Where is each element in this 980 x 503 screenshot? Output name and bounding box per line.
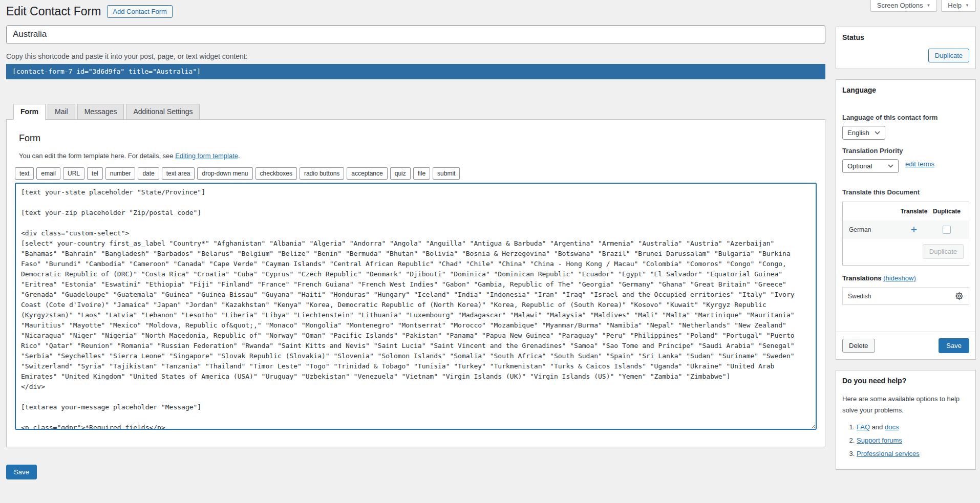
help-list-item: Support forums [857,436,969,444]
and-text: and [870,423,885,431]
description-text: You can edit the form template here. For… [19,152,175,160]
chevron-down-icon: ▼ [926,3,930,8]
language-panel: Language Language of this contact form E… [836,79,976,360]
chevron-down-icon [875,131,880,135]
translate-column-header: Translate [898,208,930,215]
tag-button-file[interactable]: file [413,167,430,180]
tag-button-text[interactable]: text [15,167,34,180]
tag-button-number[interactable]: number [105,167,136,180]
translate-document-heading: Translate this Document [842,188,969,196]
help-intro: Here are some available options to help … [842,393,969,416]
tag-generator-buttons: text email URL tel number date text area… [15,167,817,180]
gear-icon[interactable] [955,292,964,300]
tag-button-email[interactable]: email [36,167,60,180]
status-panel: Status Duplicate [836,27,976,69]
tab-mail[interactable]: Mail [48,104,75,120]
language-select[interactable]: English [842,126,885,140]
screen-meta-links: Screen Options ▼ Help ▼ [870,0,976,12]
main-content: Edit Contact Form Add Contact Form Copy … [6,0,825,479]
form-title-input[interactable] [6,25,825,44]
translation-item-swedish: Swedish [842,287,969,305]
form-panel-heading: Form [19,133,817,144]
language-heading: Language [842,86,969,94]
tag-button-checkboxes[interactable]: checkboxes [255,167,297,180]
description-period: . [238,152,240,160]
delete-button[interactable]: Delete [842,339,875,353]
duplicate-disabled-button[interactable]: Duplicate [923,244,964,259]
chevron-down-icon: ▼ [965,3,969,8]
translation-language-name: Swedish [848,293,871,300]
form-panel-description: You can edit the form template here. For… [19,152,817,160]
edit-terms-link[interactable]: edit terms [905,160,934,168]
language-select-value: English [847,129,869,137]
save-button[interactable]: Save [6,465,37,479]
page-title: Edit Contact Form [6,4,101,19]
translations-hideshow-link[interactable]: (hideshow) [883,274,916,282]
help-list-item: FAQ and docs [857,423,969,431]
help-list-item: Professional services [857,450,969,457]
tab-messages[interactable]: Messages [77,104,124,120]
tab-additional-settings[interactable]: Additional Settings [126,104,200,120]
translation-priority-label: Translation Priority [842,147,969,155]
chevron-down-icon [888,164,893,168]
form-editor-panel: Form You can edit the form template here… [6,119,825,447]
faq-link[interactable]: FAQ [857,423,870,431]
tag-button-date[interactable]: date [138,167,159,180]
priority-select-value: Optional [847,162,872,170]
translation-priority-select[interactable]: Optional [842,159,899,173]
editor-tabs: Form Mail Messages Additional Settings [6,104,825,120]
table-row-german: German + [843,221,969,239]
screen-options-button[interactable]: Screen Options ▼ [870,0,938,12]
tag-button-drop-down-menu[interactable]: drop-down menu [197,167,252,180]
editing-form-template-link[interactable]: Editing form template [175,152,238,160]
help-button[interactable]: Help ▼ [941,0,976,12]
duplicate-button[interactable]: Duplicate [928,49,969,62]
form-language-label: Language of this contact form [842,114,969,121]
support-forums-link[interactable]: Support forums [857,436,902,444]
help-label: Help [948,2,962,9]
tag-button-tel[interactable]: tel [87,167,103,180]
tag-button-radio-buttons[interactable]: radio buttons [300,167,344,180]
tab-form[interactable]: Form [13,104,46,120]
tag-button-acceptance[interactable]: acceptance [347,167,387,180]
help-panel: Do you need help? Here are some availabl… [836,370,976,470]
tag-button-submit[interactable]: submit [433,167,460,180]
professional-services-link[interactable]: Professional services [857,450,920,457]
add-translation-icon[interactable]: + [898,225,930,234]
sidebar-save-button[interactable]: Save [939,338,969,353]
tag-button-url[interactable]: URL [63,167,84,180]
language-name: German [849,226,898,233]
form-template-textarea[interactable]: [text your-state placeholder "State/Prov… [15,183,817,430]
tag-button-quiz[interactable]: quiz [390,167,411,180]
sidebar: Status Duplicate Language Language of th… [836,27,976,480]
duplicate-checkbox[interactable] [943,226,951,234]
docs-link[interactable]: docs [885,423,899,431]
screen-options-label: Screen Options [877,2,923,9]
tag-button-text-area[interactable]: text area [162,167,195,180]
add-contact-form-button[interactable]: Add Contact Form [107,5,173,18]
translations-line: Translations (hideshow) [842,274,969,282]
help-list: FAQ and docs Support forums Professional… [857,423,969,457]
translate-table: Translate Duplicate German + Duplicate [842,202,969,266]
duplicate-column-header: Duplicate [930,208,964,215]
language-panel-footer: Delete Save [836,332,975,359]
status-heading: Status [842,33,969,41]
help-heading: Do you need help? [842,377,969,385]
translations-label: Translations [842,274,882,282]
shortcode-hint: Copy this shortcode and paste it into yo… [6,52,825,60]
shortcode-input[interactable] [6,64,825,79]
